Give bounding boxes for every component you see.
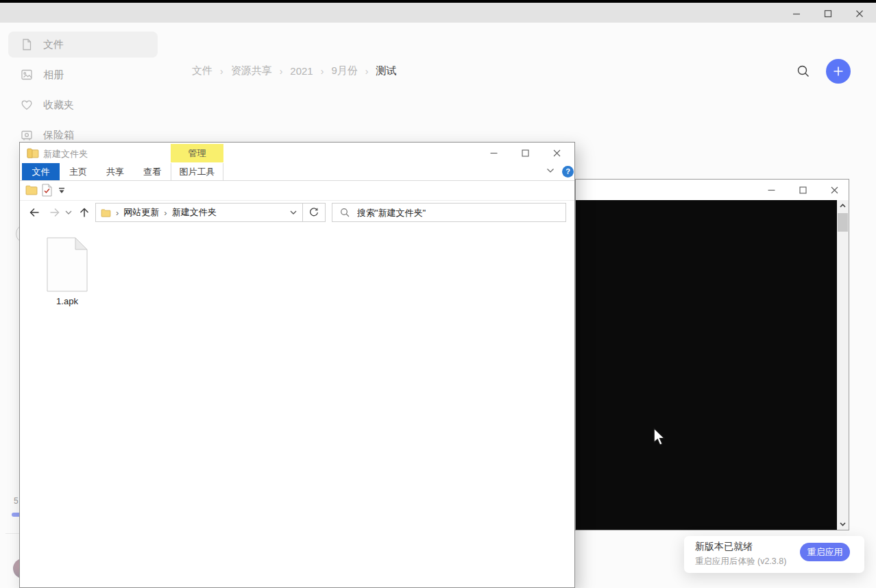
qat-folder-button[interactable] <box>25 184 38 195</box>
address-bar[interactable]: › 网站更新 › 新建文件夹 <box>95 203 303 222</box>
explorer-window-title: 新建文件夹 <box>43 148 88 160</box>
breadcrumb-current[interactable]: 测试 <box>376 64 396 77</box>
app-maximize-button[interactable] <box>821 8 835 19</box>
maximize-icon <box>522 149 529 157</box>
toast-title: 新版本已就绪 <box>695 541 753 553</box>
close-icon <box>855 10 864 18</box>
close-icon <box>553 149 561 157</box>
sidebar-item-files[interactable]: 文件 <box>8 32 158 58</box>
app-titlebar <box>0 3 876 23</box>
tab-picture-tools[interactable]: 图片工具 <box>171 163 223 180</box>
file-item-1apk[interactable]: 1.apk <box>33 237 101 318</box>
forward-button[interactable] <box>49 207 60 218</box>
breadcrumb-item[interactable]: 文件 <box>192 64 212 77</box>
chevron-up-icon <box>840 204 846 208</box>
breadcrumb-separator: › <box>280 66 283 77</box>
add-button[interactable] <box>826 59 851 84</box>
restart-app-button[interactable]: 重启应用 <box>800 543 850 561</box>
up-icon <box>79 207 90 218</box>
explorer-close-button[interactable] <box>550 147 563 159</box>
photo-icon <box>20 68 34 82</box>
breadcrumb-separator: › <box>365 66 369 77</box>
tab-file[interactable]: 文件 <box>22 163 60 180</box>
breadcrumb-separator: › <box>220 66 223 77</box>
back-button[interactable] <box>29 207 40 218</box>
player-close-button[interactable] <box>829 184 840 195</box>
storage-text-fragment: 5 <box>14 496 19 506</box>
tab-share[interactable]: 共享 <box>97 163 134 180</box>
explorer-window: 新建文件夹 管理 文件 主页 共享 查看 图片工具 <box>19 142 575 588</box>
ribbon-tab-row: 文件 主页 共享 查看 图片工具 ? <box>20 163 574 181</box>
refresh-icon <box>309 208 319 217</box>
app-close-button[interactable] <box>853 8 866 19</box>
address-separator: › <box>116 208 119 218</box>
sidebar-item-label: 文件 <box>43 38 64 51</box>
tab-home[interactable]: 主页 <box>60 163 97 180</box>
explorer-search-input[interactable] <box>356 207 537 219</box>
explorer-search-box[interactable] <box>332 203 566 222</box>
desktop: 文件 相册 收藏夹 保险箱 5 文件 › 资源共享 › 2021 › 9月份 ›… <box>0 0 876 588</box>
address-crumb[interactable]: 新建文件夹 <box>172 206 217 219</box>
address-crumb[interactable]: 网站更新 <box>123 206 159 219</box>
minimize-icon <box>792 10 801 18</box>
maximize-icon <box>824 10 832 18</box>
player-minimize-button[interactable] <box>766 184 777 195</box>
breadcrumb-item[interactable]: 2021 <box>290 65 313 77</box>
tab-view[interactable]: 查看 <box>134 163 171 180</box>
update-toast: 新版本已就绪 重启应用后体验 (v2.3.8) 重启应用 <box>684 536 864 573</box>
explorer-maximize-button[interactable] <box>519 147 531 159</box>
scroll-up-button[interactable] <box>837 200 849 211</box>
help-button[interactable]: ? <box>562 166 574 177</box>
customize-arrow-icon <box>58 188 65 194</box>
search-button[interactable] <box>794 62 813 81</box>
ribbon-expand-button[interactable] <box>546 168 555 173</box>
up-button[interactable] <box>79 207 90 218</box>
explorer-titlebar[interactable]: 新建文件夹 管理 <box>20 143 574 163</box>
sidebar-item-albums[interactable]: 相册 <box>8 62 158 88</box>
toast-subtitle: 重启应用后体验 (v2.3.8) <box>695 556 786 567</box>
qat-properties-button[interactable] <box>42 184 52 197</box>
explorer-minimize-button[interactable] <box>487 147 500 159</box>
explorer-content[interactable]: 1.apk <box>20 225 574 587</box>
breadcrumb: 文件 › 资源共享 › 2021 › 9月份 › 测试 <box>192 64 396 77</box>
minimize-icon <box>490 149 498 157</box>
plus-icon <box>833 66 844 77</box>
safe-icon <box>20 128 34 142</box>
forward-icon <box>49 207 60 218</box>
back-icon <box>29 207 40 218</box>
player-viewport[interactable] <box>576 200 837 530</box>
close-icon <box>831 186 838 194</box>
address-dropdown-button[interactable] <box>290 210 297 215</box>
file-icon <box>20 38 34 51</box>
search-icon <box>796 64 811 79</box>
recent-locations-button[interactable] <box>65 210 76 221</box>
refresh-button[interactable] <box>302 203 326 222</box>
chevron-down-icon <box>546 168 555 173</box>
chevron-down-icon <box>290 210 297 215</box>
minimize-icon <box>768 186 775 194</box>
document-check-icon <box>42 184 52 197</box>
chevron-down-icon <box>65 210 72 215</box>
scrollbar-thumb[interactable] <box>838 213 848 232</box>
qat-customize-button[interactable] <box>58 188 65 194</box>
mouse-cursor <box>653 428 667 447</box>
player-maximize-button[interactable] <box>797 184 808 195</box>
breadcrumb-item[interactable]: 9月份 <box>331 64 357 77</box>
search-icon <box>340 208 350 217</box>
maximize-icon <box>799 186 807 194</box>
sidebar-item-label: 相册 <box>43 69 64 82</box>
folder-icon <box>25 184 38 195</box>
sidebar-item-favorites[interactable]: 收藏夹 <box>8 92 158 118</box>
scroll-down-button[interactable] <box>837 519 849 530</box>
player-titlebar[interactable] <box>576 180 849 200</box>
contextual-tab-header[interactable]: 管理 <box>171 144 223 162</box>
apk-file-icon <box>47 237 88 292</box>
address-bar-row: › 网站更新 › 新建文件夹 <box>20 201 574 225</box>
breadcrumb-item[interactable]: 资源共享 <box>231 64 272 77</box>
scrollbar[interactable] <box>837 200 849 530</box>
sidebar-item-label: 收藏夹 <box>43 99 74 112</box>
quick-access-toolbar <box>20 181 574 201</box>
folder-icon <box>27 147 39 158</box>
player-window <box>575 179 849 530</box>
app-minimize-button[interactable] <box>790 8 803 19</box>
